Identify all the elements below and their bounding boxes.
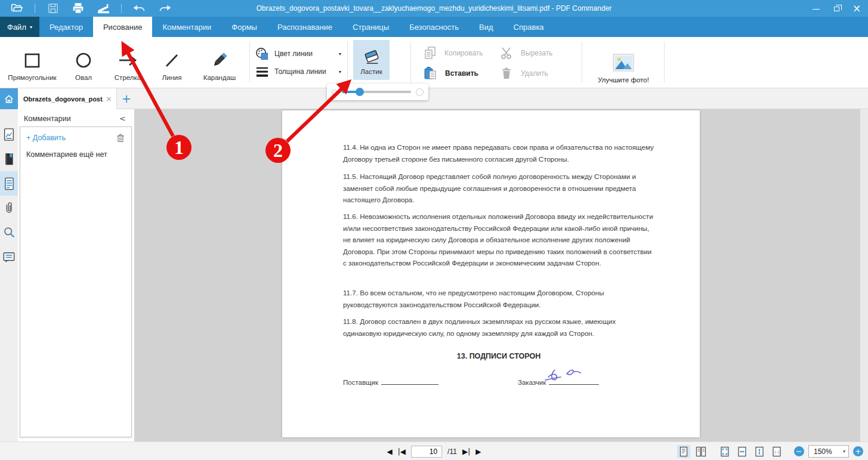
minimize-icon: — [813,4,820,13]
undo-icon [132,2,147,14]
rectangle-icon [23,51,42,70]
page-number-input[interactable] [411,446,442,458]
first-page-button[interactable]: |◀ [398,447,406,456]
restore-icon [834,7,839,11]
customer-label: Заказчик [518,379,546,386]
pencil-tool-button[interactable]: Карандаш [194,37,245,88]
copy-button[interactable]: Копировать [424,44,483,62]
fit-page-button[interactable] [718,445,731,458]
delete-button[interactable]: Удалить [500,64,548,82]
vertical-scrollbar[interactable] [860,109,868,442]
eraser-label: Ластик [360,68,382,75]
eraser-size-slider[interactable] [342,91,411,93]
tab-editor[interactable]: Редактор [39,17,93,37]
paste-button[interactable]: Вставить [424,64,478,82]
tab-pages[interactable]: Страницы [342,17,399,37]
paste-icon [424,66,437,81]
next-page-button[interactable]: ▶ [475,447,481,456]
sidebar-icon-rail [0,109,18,442]
zoom-in-button[interactable]: + [853,446,863,456]
oval-tool-button[interactable]: Овал [61,37,106,88]
improve-photo-button[interactable]: Улучшите фото! [588,41,659,84]
chevron-down-icon: ▾ [339,51,342,57]
facing-pages-view-button[interactable] [694,445,708,458]
rail-bookmarks-button[interactable] [0,147,18,171]
line-color-dropdown[interactable]: Цвет линии ▾ [255,45,342,63]
paperclip-icon [3,201,15,215]
previous-page-button[interactable]: ◀ [387,447,393,456]
menu-file-button[interactable]: Файл ▾ [0,17,39,37]
tab-comments[interactable]: Комментарии [152,17,221,37]
tab-close-icon[interactable]: × [103,94,112,103]
redo-button[interactable] [157,2,172,15]
fit-width-button[interactable] [736,445,749,458]
scanner-icon [97,2,110,16]
rail-pages-button[interactable] [0,171,18,196]
tool-label: Карандаш [203,74,236,81]
document-tab[interactable]: Obrazets_dogovora_post... × [18,88,117,109]
copy-icon [424,46,437,60]
trash-icon [500,67,513,80]
tab-label: Безопасность [409,23,459,32]
eraser-tool-button[interactable]: Ластик [353,40,390,80]
paragraph: 11.8. Договор составлен в двух подлинных… [343,316,654,339]
undo-button[interactable] [132,2,147,15]
minimize-button[interactable]: — [811,3,821,14]
zoom-level-select[interactable]: 150% ▾ [808,445,849,458]
tab-label: Редактор [50,23,83,32]
tab-label: Рисование [103,23,142,32]
chart-document-icon [2,128,16,142]
plus-icon: + [855,447,861,455]
tab-help[interactable]: Справка [503,17,554,37]
arrow-tool-button[interactable]: Стрелка [106,37,149,88]
save-button[interactable] [46,2,60,15]
cut-label: Вырезать [521,49,552,57]
restore-button[interactable] [831,3,842,14]
add-comment-button[interactable]: + Добавить [26,134,116,142]
comments-panel: + Добавить Комментариев ещё нет [20,126,132,437]
tab-security[interactable]: Безопасность [399,17,469,37]
paragraph: 11.7. Во всем остальном, что не предусмо… [343,287,654,310]
tab-forms[interactable]: Формы [221,17,267,37]
supplier-signature-line [381,378,438,385]
slider-handle[interactable] [356,88,364,96]
line-color-label: Цвет линии [274,50,333,58]
rail-search-button[interactable] [0,220,18,245]
tab-view[interactable]: Вид [469,17,503,37]
fit-visible-button[interactable] [753,445,766,458]
collapse-panel-icon[interactable]: < [119,114,128,123]
home-button[interactable] [0,88,18,109]
scan-button[interactable] [96,2,110,15]
rail-attachments-button[interactable] [0,196,18,220]
tab-recognition[interactable]: Распознавание [267,17,342,37]
print-icon [72,2,85,15]
new-tab-button[interactable]: + [119,91,134,106]
delete-comment-icon[interactable] [116,132,125,143]
rectangle-tool-button[interactable]: Прямоугольник [4,37,61,88]
chevron-down-icon: ▾ [339,69,342,75]
tab-label: Формы [231,23,257,32]
cut-button[interactable]: Вырезать [500,44,552,62]
rail-comments-button[interactable] [0,245,18,269]
status-bar: ◀ |◀ /11 ▶| ▶ 1:1 − 150% ▾ + [0,442,868,460]
close-button[interactable]: × [851,3,862,14]
line-tool-button[interactable]: Линия [149,37,194,88]
open-file-button[interactable] [10,2,24,15]
paragraph: 11.6. Невозможность исполнения отдельных… [343,211,654,269]
copy-label: Копировать [444,49,483,57]
zoom-out-button[interactable]: − [794,446,804,456]
single-page-view-button[interactable] [677,445,690,458]
rail-statistics-button[interactable] [0,122,18,147]
comments-empty-text: Комментариев ещё нет [20,143,131,159]
fit-page-icon [719,446,730,457]
chevron-down-icon: ▾ [843,449,848,454]
actual-size-button[interactable]: 1:1 [770,445,783,458]
print-button[interactable] [71,2,85,15]
last-page-button[interactable]: ▶| [462,447,470,456]
paragraph: 11.4. Ни одна из Сторон не имеет права п… [343,141,654,165]
tab-drawing[interactable]: Рисование [93,17,152,37]
menu-bar: Файл ▾ Редактор Рисование Комментарии Фо… [0,17,868,37]
single-page-view-icon [678,446,689,457]
line-width-dropdown[interactable]: Толщина линии ▾ [255,63,342,81]
tab-label: Вид [479,23,493,32]
